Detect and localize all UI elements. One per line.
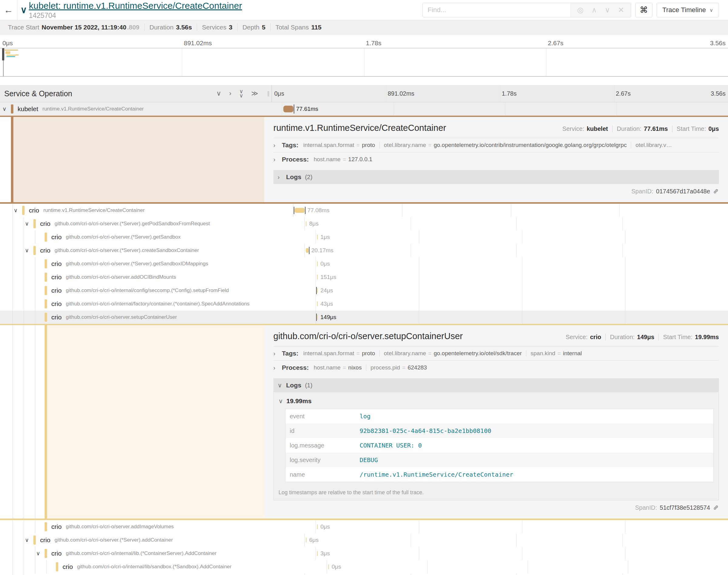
- span-row[interactable]: ∨criogithub.com/cri-o/cri-o/server.(*Ser…: [0, 533, 728, 547]
- span-row[interactable]: criogithub.com/cri-o/cri-o/server.(*Serv…: [0, 573, 728, 575]
- back-button[interactable]: ←: [0, 0, 17, 20]
- span-timeline-cell[interactable]: 24μs: [316, 284, 728, 297]
- duration-bar[interactable]: [317, 301, 318, 306]
- span-row[interactable]: criogithub.com/cri-o/cri-o/server.addOCI…: [0, 270, 728, 284]
- expand-one-icon[interactable]: ›: [229, 90, 231, 97]
- chevron-right-icon[interactable]: ›: [273, 364, 278, 371]
- span-name-cell[interactable]: ∨criogithub.com/cri-o/cri-o/server.(*Ser…: [0, 244, 305, 257]
- span-name-cell[interactable]: ∨criogithub.com/cri-o/cri-o/server.(*Ser…: [0, 533, 305, 547]
- span-timeline-cell[interactable]: 43μs: [316, 297, 728, 311]
- span-name-cell[interactable]: criogithub.com/cri-o/cri-o/server.addOCI…: [0, 270, 316, 284]
- chevron-down-icon[interactable]: ∨: [25, 247, 29, 254]
- link-icon[interactable]: [713, 188, 719, 194]
- duration-bar[interactable]: [317, 275, 318, 280]
- span-name-cell[interactable]: criogithub.com/cri-o/cri-o/server.(*Serv…: [0, 257, 316, 270]
- chevron-down-icon[interactable]: ∨: [25, 221, 29, 227]
- find-input[interactable]: [423, 3, 570, 17]
- chevron-down-icon[interactable]: ∨: [605, 6, 610, 14]
- span-timeline-cell[interactable]: 3μs: [316, 547, 728, 560]
- duration-bar[interactable]: [317, 315, 318, 320]
- span-name-cell[interactable]: ∨criogithub.com/cri-o/cri-o/server.(*Ser…: [0, 217, 305, 230]
- trace-collapse-chevron-icon[interactable]: ∨: [17, 5, 29, 14]
- duration-bar[interactable]: [306, 538, 306, 543]
- chevron-down-icon[interactable]: ∨: [2, 106, 6, 112]
- chevron-right-icon[interactable]: ›: [273, 142, 278, 149]
- span-row[interactable]: ∨crioruntime.v1.RuntimeService/CreateCon…: [0, 204, 728, 217]
- span-timeline-cell[interactable]: 77.61ms: [282, 102, 728, 116]
- keyboard-shortcuts-button[interactable]: ⌘: [635, 3, 652, 17]
- duration-bar[interactable]: [295, 208, 305, 213]
- span-timeline-cell[interactable]: 6μs: [305, 533, 728, 547]
- process-row[interactable]: › Process: host.name=127.0.0.1: [273, 153, 719, 166]
- span-name-cell[interactable]: criogithub.com/cri-o/cri-o/server.setupC…: [0, 311, 316, 324]
- span-row[interactable]: criogithub.com/cri-o/cri-o/server.addIma…: [0, 520, 728, 533]
- view-selector-button[interactable]: Trace Timeline ∨: [657, 3, 719, 17]
- tags-row[interactable]: › Tags: internal.span.format=protootel.l…: [273, 138, 719, 153]
- log-timestamp-toggle[interactable]: ∨ 19.99ms: [278, 396, 714, 406]
- span-row[interactable]: ∨criogithub.com/cri-o/cri-o/internal/lib…: [0, 547, 728, 560]
- logs-toggle-band[interactable]: › Logs (2): [273, 170, 719, 184]
- span-timeline-cell[interactable]: 77.08ms: [293, 204, 728, 217]
- span-timeline-cell[interactable]: 8μs: [305, 217, 728, 230]
- span-row[interactable]: criogithub.com/cri-o/cri-o/server.(*Serv…: [0, 230, 728, 244]
- span-timeline-cell[interactable]: 151μs: [316, 270, 728, 284]
- collapse-one-icon[interactable]: ∨: [216, 90, 221, 97]
- span-timeline-cell[interactable]: 0μs: [305, 573, 728, 575]
- bar-tick: [305, 207, 305, 214]
- collapse-all-icon[interactable]: ∨∨: [239, 89, 243, 98]
- duration-bar[interactable]: [317, 524, 318, 529]
- span-name-cell[interactable]: ∨kubeletruntime.v1.RuntimeService/Create…: [0, 102, 282, 116]
- duration-bar[interactable]: [306, 248, 308, 253]
- log-field-value: DEBUG: [358, 456, 379, 464]
- span-name-cell[interactable]: criogithub.com/cri-o/cri-o/internal/conf…: [0, 284, 316, 297]
- span-row[interactable]: criogithub.com/cri-o/cri-o/internal/fact…: [0, 297, 728, 311]
- span-row[interactable]: criogithub.com/cri-o/cri-o/server.setupC…: [0, 311, 728, 324]
- span-timeline-cell[interactable]: 0μs: [327, 560, 728, 573]
- span-row[interactable]: ∨criogithub.com/cri-o/cri-o/server.(*Ser…: [0, 244, 728, 257]
- locate-icon[interactable]: ◎: [577, 6, 584, 14]
- span-detail-title: runtime.v1.RuntimeService/CreateContaine…: [273, 123, 446, 133]
- span-name-cell[interactable]: criogithub.com/cri-o/cri-o/server.(*Serv…: [0, 230, 316, 244]
- span-name-cell[interactable]: criogithub.com/cri-o/cri-o/server.(*Serv…: [0, 573, 305, 575]
- span-row[interactable]: ∨kubeletruntime.v1.RuntimeService/Create…: [0, 102, 728, 116]
- span-name-cell[interactable]: criogithub.com/cri-o/cri-o/internal/fact…: [0, 297, 316, 311]
- span-name-cell[interactable]: ∨criogithub.com/cri-o/cri-o/internal/lib…: [0, 547, 316, 560]
- duration-bar[interactable]: [317, 235, 318, 240]
- trace-title-link[interactable]: kubelet: runtime.v1.RuntimeService/Creat…: [29, 1, 242, 11]
- tags-row[interactable]: › Tags: internal.span.format=protootel.l…: [273, 346, 719, 361]
- span-row[interactable]: criogithub.com/cri-o/cri-o/internal/conf…: [0, 284, 728, 297]
- process-row[interactable]: › Process: host.name=nixosprocess.pid=62…: [273, 361, 719, 375]
- duration-bar[interactable]: [317, 288, 318, 293]
- duration-bar[interactable]: [317, 551, 318, 556]
- column-resizer-grip[interactable]: ∥: [267, 90, 270, 97]
- expand-all-icon[interactable]: ≫: [251, 90, 258, 97]
- span-color-bar: [56, 562, 58, 571]
- span-timeline-cell[interactable]: 0μs: [316, 520, 728, 533]
- duration-bar[interactable]: [317, 261, 318, 266]
- span-timeline-cell[interactable]: 0μs: [316, 257, 728, 270]
- span-name-cell[interactable]: ∨crioruntime.v1.RuntimeService/CreateCon…: [0, 204, 293, 217]
- chevron-up-icon[interactable]: ∧: [592, 6, 597, 14]
- span-row[interactable]: criogithub.com/cri-o/cri-o/server.(*Serv…: [0, 257, 728, 270]
- span-timeline-cell[interactable]: 1μs: [316, 230, 728, 244]
- timeline-gridline: [522, 270, 522, 284]
- span-name-cell[interactable]: criogithub.com/cri-o/cri-o/internal/lib/…: [0, 560, 327, 573]
- duration-bar[interactable]: [306, 221, 306, 226]
- chevron-down-icon[interactable]: ∨: [14, 207, 18, 214]
- link-icon[interactable]: [713, 505, 719, 511]
- chevron-right-icon[interactable]: ›: [273, 350, 278, 357]
- logs-toggle-band[interactable]: ∨ Logs (1): [273, 378, 719, 392]
- chevron-down-icon[interactable]: ∨: [36, 550, 40, 557]
- span-row[interactable]: ∨criogithub.com/cri-o/cri-o/server.(*Ser…: [0, 217, 728, 230]
- span-row[interactable]: criogithub.com/cri-o/cri-o/internal/lib/…: [0, 560, 728, 573]
- chevron-right-icon[interactable]: ›: [273, 156, 278, 163]
- span-timeline-cell[interactable]: 149μs: [316, 311, 728, 324]
- span-name-cell[interactable]: criogithub.com/cri-o/cri-o/server.addIma…: [0, 520, 316, 533]
- minimap-canvas[interactable]: [0, 48, 728, 76]
- close-icon[interactable]: ✕: [618, 6, 624, 14]
- duration-bar[interactable]: [284, 106, 293, 112]
- chevron-down-icon[interactable]: ∨: [25, 537, 29, 543]
- duration-bar[interactable]: [328, 564, 329, 569]
- minimap-gridline: [364, 48, 364, 76]
- span-timeline-cell[interactable]: 20.17ms: [305, 244, 728, 257]
